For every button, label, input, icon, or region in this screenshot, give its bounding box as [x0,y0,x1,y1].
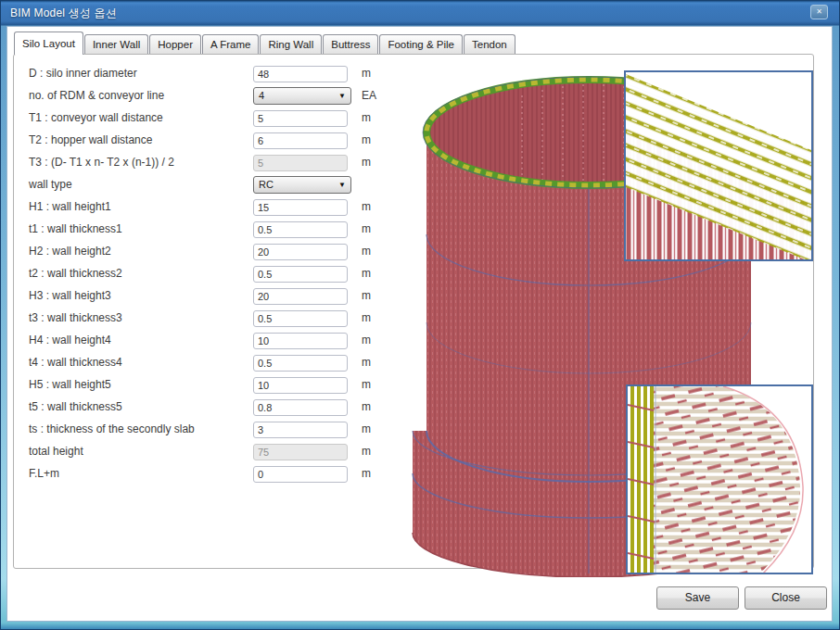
save-button[interactable]: Save [656,586,739,610]
form-row: T1 : conveyor wall distance m [29,107,400,129]
input-t1-conveyor-wall-distance[interactable] [253,110,348,127]
window-close-icon[interactable]: ✕ [810,5,828,19]
form-row: ts : thickness of the secondly slab m [29,418,400,440]
field-label: F.L+m [29,467,253,480]
input-h3-wall-height3[interactable] [253,288,348,305]
field-unit: m [362,111,371,124]
field-label: T1 : conveyor wall distance [29,111,253,124]
form-row: T2 : hopper wall distance m [29,129,400,151]
form-row: H5 : wall height5 m [29,373,400,396]
input-t2-wall-thickness2[interactable] [253,266,348,283]
chevron-down-icon: ▼ [338,181,346,189]
field-unit: m [362,400,371,413]
tab-buttress[interactable]: Buttress [323,34,378,54]
field-control-slot [253,309,353,327]
tab-tendon[interactable]: Tendon [464,34,515,54]
form-row: H1 : wall height1 m [29,195,400,218]
field-control-slot [253,220,353,238]
tab-hopper[interactable]: Hopper [149,34,201,54]
detail-inset-top [624,70,813,261]
input-t1-wall-thickness1[interactable] [253,221,348,238]
input-h5-wall-height5[interactable] [253,377,348,394]
field-control-slot [253,132,353,149]
field-control-slot [253,154,353,171]
field-unit: m [362,422,371,435]
form-row: H2 : wall height2 m [29,240,400,262]
field-label: total height [29,445,253,458]
dropdown-rdm-conveyor-lines[interactable]: 4▼ [253,87,351,105]
field-control-slot [253,109,353,127]
silo-parameter-form: D : silo inner diameter m no. of RDM & c… [29,62,400,485]
field-control-slot [253,443,353,460]
input-t5-wall-thickness5[interactable] [253,399,348,416]
input-h2-wall-height2[interactable] [253,244,348,260]
field-control-slot [253,243,353,260]
dropdown-selected-value: 4 [259,90,264,101]
field-label: t2 : wall thickness2 [29,267,253,280]
field-label: H3 : wall height3 [29,289,253,302]
tab-inner-wall[interactable]: Inner Wall [84,34,148,54]
field-label: ts : thickness of the secondly slab [29,422,253,435]
field-control-slot [253,287,353,305]
input-silo-inner-diameter[interactable] [253,66,348,82]
field-unit: m [362,222,371,235]
field-unit: m [362,289,371,302]
field-unit: m [362,445,371,458]
dialog-body: Silo Layout Inner Wall Hopper A Frame Ri… [6,26,833,622]
form-row: t5 : wall thickness5 m [29,396,400,418]
form-row: T3 : (D- T1 x n- T2 x (n-1)) / 2 m [29,151,400,173]
form-row: t3 : wall thickness3 m [29,307,400,329]
field-label: t4 : wall thickness4 [29,356,253,369]
input-t3-computed [253,155,348,171]
form-row: H3 : wall height3 m [29,284,400,307]
field-label: wall type [29,178,253,191]
window-title: BIM Model 생성 옵션 [10,6,117,21]
tab-a-frame[interactable]: A Frame [202,34,259,54]
field-unit: EA [362,89,376,102]
field-label: H2 : wall height2 [29,245,253,258]
field-unit: m [362,467,371,480]
input-ts-secondly-slab[interactable] [253,422,348,438]
field-control-slot: 4▼ [253,87,353,105]
field-unit: m [362,267,371,280]
field-unit: m [362,245,371,258]
field-unit: m [362,133,371,146]
chevron-down-icon: ▼ [338,92,346,100]
form-row: no. of RDM & conveyor line 4▼ EA [29,84,400,107]
field-unit: m [362,356,371,369]
tab-footing-pile[interactable]: Footing & Pile [379,34,463,54]
form-row: D : silo inner diameter m [29,62,400,84]
field-control-slot [253,376,353,394]
tab-silo-layout[interactable]: Silo Layout [14,32,83,55]
field-control-slot [253,265,353,283]
field-unit: m [362,156,371,169]
form-row: t1 : wall thickness1 m [29,218,400,240]
field-control-slot [253,198,353,216]
input-h4-wall-height4[interactable] [253,333,348,349]
field-unit: m [362,334,371,346]
silo-3d-view [401,58,815,577]
tab-strip: Silo Layout Inner Wall Hopper A Frame Ri… [14,32,516,54]
dropdown-selected-value: RC [259,179,274,190]
field-label: t3 : wall thickness3 [29,311,253,324]
input-t3-wall-thickness3[interactable] [253,310,348,327]
tab-page-silo-layout: D : silo inner diameter m no. of RDM & c… [13,54,814,569]
field-label: D : silo inner diameter [29,67,253,80]
input-t2-hopper-wall-distance[interactable] [253,132,348,149]
input-t4-wall-thickness4[interactable] [253,355,348,372]
field-control-slot: RC▼ [253,176,353,194]
tab-ring-wall[interactable]: Ring Wall [260,34,322,54]
input-h1-wall-height1[interactable] [253,199,348,216]
form-row: t4 : wall thickness4 m [29,351,400,373]
field-unit: m [362,311,371,324]
close-button[interactable]: Close [745,586,827,610]
field-unit: m [362,378,371,391]
form-row: F.L+m m [29,462,400,485]
input-fl-plus-m[interactable] [253,466,348,483]
detail-inset-bottom [626,384,813,574]
field-control-slot [253,65,353,82]
form-row: H4 : wall height4 m [29,329,400,351]
dialog-window: BIM Model 생성 옵션 ✕ Silo Layout Inner Wall… [0,0,840,630]
field-label: H4 : wall height4 [29,334,253,346]
dropdown-wall-type[interactable]: RC▼ [253,176,351,194]
